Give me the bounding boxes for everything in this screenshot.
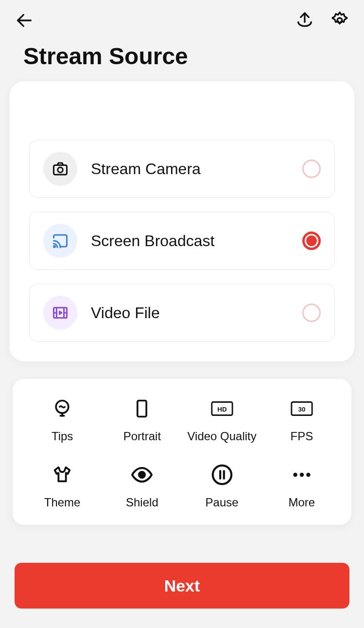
fps-icon: 30	[290, 396, 314, 421]
svg-point-25	[300, 473, 304, 477]
svg-text:HD: HD	[217, 406, 227, 413]
camera-icon	[43, 152, 77, 186]
upload-icon	[295, 11, 314, 30]
grid-item-shield[interactable]: Shield	[102, 463, 182, 509]
grid-label: Portrait	[123, 430, 161, 443]
svg-point-5	[54, 246, 55, 248]
svg-text:30: 30	[298, 406, 305, 413]
option-screen-broadcast[interactable]: Screen Broadcast	[29, 212, 335, 270]
svg-point-24	[293, 473, 297, 477]
share-button[interactable]	[294, 10, 315, 31]
radio-unselected	[302, 160, 321, 178]
option-video-file[interactable]: Video File	[29, 284, 335, 342]
grid-item-more[interactable]: More	[262, 463, 342, 509]
grid-label: Tips	[52, 430, 73, 443]
svg-point-20	[139, 472, 145, 478]
grid-item-video-quality[interactable]: HD Video Quality	[182, 396, 262, 443]
svg-rect-15	[138, 401, 146, 417]
radio-unselected	[302, 304, 321, 322]
grid-item-portrait[interactable]: Portrait	[102, 396, 182, 443]
grid-label: Pause	[206, 496, 239, 509]
grid-label: More	[289, 496, 315, 509]
option-label: Video File	[91, 304, 302, 322]
lightbulb-icon	[50, 396, 74, 421]
top-bar	[0, 0, 364, 36]
portrait-icon	[130, 396, 154, 421]
grid-label: FPS	[291, 430, 313, 443]
grid-item-pause[interactable]: Pause	[182, 463, 262, 509]
option-label: Stream Camera	[91, 160, 302, 178]
film-icon	[43, 296, 77, 330]
gear-icon	[330, 11, 349, 30]
grid-item-tips[interactable]: Tips	[22, 396, 102, 443]
more-icon	[290, 463, 314, 487]
grid-label: Video Quality	[187, 430, 256, 443]
option-label: Screen Broadcast	[91, 232, 302, 250]
grid-item-fps[interactable]: 30 FPS	[262, 396, 342, 443]
eye-icon	[130, 463, 154, 487]
grid-label: Shield	[126, 496, 158, 509]
svg-point-4	[58, 167, 63, 173]
hd-icon: HD	[210, 396, 234, 421]
next-button[interactable]: Next	[15, 563, 349, 609]
svg-point-26	[306, 473, 310, 477]
cast-icon	[43, 224, 77, 258]
radio-selected	[302, 232, 321, 250]
arrow-left-icon	[15, 11, 34, 30]
shirt-icon	[50, 463, 74, 487]
option-stream-camera[interactable]: Stream Camera	[29, 140, 335, 198]
settings-button[interactable]	[329, 10, 350, 31]
grid-label: Theme	[44, 496, 81, 509]
source-options-card: Stream Camera Screen Broadcast Video Fil…	[10, 81, 354, 361]
pause-icon	[210, 463, 234, 487]
svg-point-21	[212, 466, 231, 484]
svg-marker-11	[60, 311, 62, 314]
grid-item-theme[interactable]: Theme	[22, 463, 102, 509]
back-button[interactable]	[14, 10, 35, 31]
page-title: Stream Source	[0, 36, 364, 81]
settings-grid: Tips Portrait HD Video Quality 30 FPS Th…	[13, 379, 351, 525]
svg-rect-3	[54, 165, 67, 175]
